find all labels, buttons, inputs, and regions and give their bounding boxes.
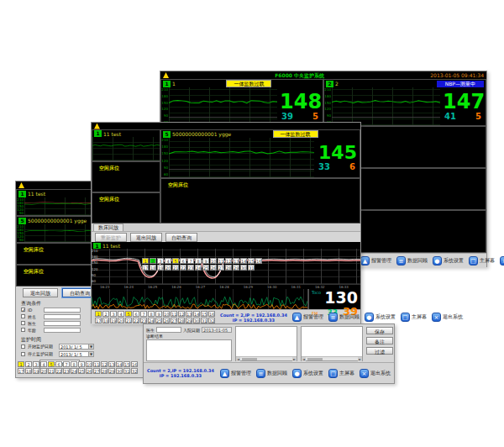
bed-grid-box[interactable]: 30	[116, 368, 123, 374]
bed-grid-box[interactable]: 29	[233, 265, 239, 271]
bed-grid-box[interactable]: 13	[233, 258, 239, 264]
idle-bed-cell[interactable]: 空闲床位	[160, 178, 360, 224]
scroll-thumb[interactable]	[242, 358, 257, 360]
bed-grid-box[interactable]: 2	[25, 361, 32, 367]
bed-grid-box[interactable]: 5	[48, 361, 55, 367]
bed-grid-box[interactable]: 21	[172, 265, 179, 271]
bed-grid-box[interactable]: 13	[108, 361, 115, 367]
bed-grid-box[interactable]: 14	[193, 311, 200, 317]
bed-grid-box[interactable]: 21	[48, 368, 55, 374]
doctor-field[interactable]	[156, 327, 181, 333]
bed-grid-box[interactable]: 7	[63, 361, 70, 367]
bed-grid-box[interactable]: 32	[208, 318, 215, 323]
checkbox-unchecked[interactable]	[21, 328, 25, 332]
bed-grid-box[interactable]: 4	[40, 361, 47, 367]
bed-grid-box[interactable]: 12	[101, 361, 108, 367]
bed-grid-box[interactable]: 25	[78, 368, 85, 374]
bed-grid-box[interactable]: 32	[131, 368, 138, 374]
bed-grid-box[interactable]: 30	[193, 318, 200, 323]
bed-grid-box[interactable]: 18	[150, 265, 156, 271]
query-input[interactable]	[44, 314, 81, 319]
bed-grid-box[interactable]: 9	[202, 258, 209, 264]
bed-grid-box[interactable]: 31	[123, 368, 130, 374]
alarm-overload-button[interactable]: 一体监数过载	[273, 130, 318, 138]
bed-grid-box[interactable]: 23	[187, 265, 194, 271]
bed-grid-box[interactable]: 19	[157, 265, 164, 271]
bed-grid-box[interactable]: 22	[133, 318, 139, 323]
bed-grid-box[interactable]: 12	[178, 311, 185, 317]
bed-grid-box[interactable]: 20	[118, 318, 124, 323]
bed-grid-box[interactable]: 5	[125, 311, 132, 317]
bed-grid-box[interactable]: 28	[225, 265, 232, 271]
bed-grid-box[interactable]: 26	[86, 368, 92, 374]
bed-grid-box[interactable]: 4	[165, 258, 171, 264]
bed-grid-box[interactable]: 3	[157, 258, 164, 264]
scroll-thumb[interactable]	[307, 358, 323, 360]
bed-grid-box[interactable]: 26	[163, 318, 170, 323]
toolbar-button-bell[interactable]: ▲报警管理	[292, 313, 323, 322]
bed-grid-box[interactable]: 11	[218, 258, 224, 264]
toolbar-button-doc[interactable]: ≡数据回顾	[396, 256, 428, 266]
bed-grid-box[interactable]: 6	[133, 311, 139, 317]
bed-grid-box[interactable]: 14	[116, 361, 123, 367]
bed-grid-box[interactable]: 17	[95, 318, 102, 323]
nbp-status-button[interactable]: NBP—测量中	[437, 81, 484, 87]
bed-grid-box[interactable]: 10	[86, 361, 92, 367]
toolbar-button-exit[interactable]: ×退出系统	[360, 369, 391, 378]
toolbar-button-doc[interactable]: ≡数据回顾	[328, 313, 360, 322]
bed-grid-box[interactable]: 1	[142, 258, 149, 264]
bed-grid-box[interactable]: 20	[40, 368, 47, 374]
bed-grid-box[interactable]: 12	[225, 258, 232, 264]
playback-tab[interactable]: 数床回放	[93, 224, 123, 231]
bed-grid-box[interactable]: 22	[180, 265, 186, 271]
checkbox-checked[interactable]: ✓	[21, 308, 25, 312]
toolbar-button-globe[interactable]: ●系统设置	[292, 369, 323, 378]
bed-cell-1-mini[interactable]: 1 11 test	[92, 129, 160, 161]
save-button[interactable]: 保存	[366, 327, 393, 334]
self-query-button[interactable]: 自助查询	[165, 233, 197, 242]
toolbar-button-screen[interactable]: □主屏幕	[328, 369, 354, 378]
bed-grid-box[interactable]: 1	[95, 311, 102, 317]
idle-bed-cell[interactable]: 空闲床位	[92, 192, 160, 224]
bed-grid-box[interactable]: 17	[18, 368, 24, 374]
toolbar-button-globe[interactable]: ●系统设置	[433, 256, 464, 266]
bed-grid-box[interactable]: 14	[240, 258, 247, 264]
bed-grid-box[interactable]: 8	[71, 361, 77, 367]
idle-bed-cell[interactable]: 空闲床位	[92, 161, 160, 192]
bed-grid-box[interactable]: 16	[131, 361, 138, 367]
bed-grid-box[interactable]: 16	[255, 258, 262, 264]
bed-grid-box[interactable]: 21	[125, 318, 132, 323]
bed-grid-box[interactable]: 3	[33, 361, 39, 367]
toolbar-button-exit[interactable]: ×退出系统	[432, 313, 463, 322]
bed-grid-box[interactable]: 25	[155, 318, 162, 323]
query-input[interactable]	[44, 321, 81, 326]
date-spinner-icon[interactable]: ▼	[88, 344, 93, 349]
toolbar-button-screen[interactable]: □主屏幕	[469, 256, 495, 266]
bed-grid-box[interactable]: 24	[195, 265, 202, 271]
start-date-checkbox[interactable]	[21, 344, 25, 349]
bed-grid-box[interactable]: 28	[101, 368, 108, 374]
bed-grid-box[interactable]: 10	[163, 311, 170, 317]
stop-date-checkbox[interactable]	[21, 352, 25, 356]
checkbox-unchecked[interactable]	[21, 314, 25, 318]
scroll-left-icon[interactable]: ◄	[236, 357, 240, 361]
toolbar-button-bell[interactable]: ▲报警管理	[220, 369, 251, 378]
bed-grid-box[interactable]: 18	[25, 368, 32, 374]
note-button[interactable]: 备注	[366, 337, 393, 344]
bed-cell-1[interactable]: 1 1 一体监数过载 2101801501209060 148 395	[160, 79, 323, 126]
admission-date-field[interactable]: 2013-01-05	[202, 327, 232, 333]
date-spinner-icon[interactable]: ▼	[88, 352, 93, 356]
bed-grid-box[interactable]: 16	[208, 311, 215, 317]
diagnosis-textarea[interactable]	[146, 339, 232, 361]
query-input[interactable]	[44, 308, 81, 313]
bed-grid-box[interactable]: 19	[33, 368, 39, 374]
bed-grid-box[interactable]: 15	[201, 311, 207, 317]
bed-grid-box[interactable]: 3	[110, 311, 117, 317]
scroll-right-icon[interactable]: ►	[292, 357, 297, 361]
bed-grid-box[interactable]: 31	[248, 265, 255, 271]
titlebar-w2[interactable]	[92, 123, 360, 129]
bed-grid-box[interactable]: 11	[93, 361, 100, 367]
bed-grid-box[interactable]: 1	[18, 361, 24, 367]
h-scrollbar[interactable]: ◄►	[236, 356, 297, 360]
bed-grid-box[interactable]: 19	[110, 318, 117, 323]
